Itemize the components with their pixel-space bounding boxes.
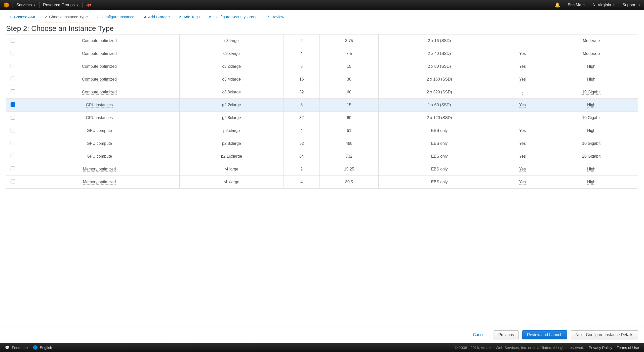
row-checkbox[interactable] [11, 179, 15, 184]
table-row[interactable]: Compute optimizedc3.8xlarge32602 x 320 (… [6, 86, 638, 99]
language-button[interactable]: 🌐 English [33, 345, 52, 350]
cell-storage: 2 x 80 (SSD) [379, 60, 500, 73]
table-row[interactable]: GPU instancesg2.8xlarge32602 x 120 (SSD)… [6, 112, 638, 124]
pin-shortcut[interactable]: 📌 [83, 0, 95, 10]
wizard-steps: 1. Choose AMI2. Choose Instance Type3. C… [0, 10, 644, 22]
table-row[interactable]: Memory optimizedr4.xlarge430.5EBS onlyYe… [6, 176, 638, 189]
row-checkbox[interactable] [11, 77, 15, 81]
cell-network: High [545, 176, 638, 189]
cell-storage: EBS only [379, 124, 500, 137]
cell-ebs: Yes [500, 47, 545, 60]
cell-family: Compute optimized [19, 60, 180, 73]
cell-family: GPU compute [19, 137, 180, 150]
services-label: Services [16, 3, 32, 7]
row-checkbox[interactable] [11, 51, 15, 55]
wizard-tab-4[interactable]: 5. Add Tags [176, 13, 203, 22]
cell-family: GPU compute [19, 150, 180, 163]
wizard-tab-5[interactable]: 6. Configure Security Group [206, 13, 261, 22]
cancel-button[interactable]: Cancel [468, 330, 490, 339]
row-checkbox[interactable] [11, 89, 15, 94]
next-button[interactable]: Next: Configure Instance Details [571, 330, 638, 339]
wizard-tab-1[interactable]: 2. Choose Instance Type [41, 13, 91, 22]
region-menu[interactable]: N. Virginia ▼ [589, 0, 619, 10]
row-checkbox[interactable] [11, 154, 15, 158]
table-row[interactable]: GPU computep2.xlarge461EBS onlyYesHigh [6, 124, 638, 137]
cell-family: Compute optimized [19, 73, 180, 86]
cell-family: Compute optimized [19, 34, 180, 47]
review-and-launch-button[interactable]: Review and Launch [522, 330, 567, 339]
cell-vcpu: 8 [284, 60, 319, 73]
cell-family: GPU instances [19, 99, 180, 112]
cell-type: p2.xlarge [179, 124, 284, 137]
row-checkbox[interactable] [11, 141, 15, 145]
wizard-tab-2[interactable]: 3. Configure Instance [94, 13, 138, 22]
cell-storage: 2 x 160 (SSD) [379, 73, 500, 86]
cell-vcpu: 4 [284, 176, 319, 189]
account-menu[interactable]: Eric Ma ▼ [564, 0, 589, 10]
aws-logo[interactable] [0, 0, 13, 10]
table-row[interactable]: Memory optimizedr4.large215.25EBS onlyYe… [6, 163, 638, 176]
cell-storage: EBS only [379, 137, 500, 150]
table-row[interactable]: Compute optimizedc3.4xlarge16302 x 160 (… [6, 73, 638, 86]
cell-type: c3.large [179, 34, 284, 47]
cell-ebs: Yes [500, 60, 545, 73]
resource-groups-menu[interactable]: Resource Groups ▼ [39, 0, 82, 10]
table-row[interactable]: Compute optimizedc3.large23.752 x 16 (SS… [6, 34, 638, 47]
wizard-tab-6[interactable]: 7. Review [264, 13, 288, 22]
cell-network: 10 Gigabit [545, 137, 638, 150]
cell-ebs: Yes [500, 137, 545, 150]
cell-storage: 2 x 16 (SSD) [379, 34, 500, 47]
previous-button[interactable]: Previous [494, 330, 519, 339]
row-checkbox[interactable] [11, 64, 15, 68]
row-checkbox[interactable] [11, 166, 15, 171]
table-row[interactable]: GPU computep2.8xlarge32488EBS onlyYes10 … [6, 137, 638, 150]
support-menu[interactable]: Support ▼ [619, 0, 644, 10]
cell-memory: 732 [319, 150, 379, 163]
cell-vcpu: 32 [284, 86, 319, 99]
instance-type-table-wrap[interactable]: Compute optimizedc3.large23.752 x 16 (SS… [0, 34, 644, 327]
user-label: Eric Ma [568, 3, 581, 7]
page-title: Step 2: Choose an Instance Type [0, 22, 644, 34]
cell-network: High [545, 73, 638, 86]
terms-link[interactable]: Terms of Use [617, 345, 639, 350]
table-row[interactable]: GPU instancesg2.2xlarge8151 x 60 (SSD)Ye… [6, 99, 638, 112]
feedback-button[interactable]: 💬 Feedback [5, 345, 28, 350]
speech-icon: 💬 [5, 345, 10, 350]
cell-vcpu: 4 [284, 47, 319, 60]
region-label: N. Virginia [593, 3, 611, 7]
row-checkbox[interactable] [11, 38, 15, 43]
cell-memory: 60 [319, 112, 379, 124]
table-row[interactable]: Compute optimizedc3.2xlarge8152 x 80 (SS… [6, 60, 638, 73]
table-row[interactable]: GPU computep2.16xlarge64732EBS onlyYes20… [6, 150, 638, 163]
cell-vcpu: 2 [284, 163, 319, 176]
privacy-link[interactable]: Privacy Policy [589, 345, 612, 350]
notifications-button[interactable]: 🔔 [551, 0, 564, 10]
cell-storage: EBS only [379, 163, 500, 176]
cell-vcpu: 8 [284, 99, 319, 112]
cell-network: Moderate [545, 47, 638, 60]
table-row[interactable]: Compute optimizedc3.xlarge47.52 x 40 (SS… [6, 47, 638, 60]
cell-vcpu: 16 [284, 73, 319, 86]
cell-vcpu: 64 [284, 150, 319, 163]
chevron-down-icon: ▼ [76, 4, 79, 7]
row-checkbox[interactable] [11, 115, 15, 120]
row-checkbox[interactable] [11, 128, 15, 132]
services-menu[interactable]: Services ▼ [13, 0, 39, 10]
cell-type: c3.4xlarge [179, 73, 284, 86]
copyright-text: © 2008 - 2016, Amazon Web Services, Inc.… [455, 345, 584, 350]
pin-icon: 📌 [85, 2, 92, 8]
globe-icon: 🌐 [33, 345, 38, 350]
cell-type: c3.8xlarge [179, 86, 284, 99]
row-checkbox[interactable] [11, 102, 15, 107]
cell-memory: 3.75 [319, 34, 379, 47]
wizard-tab-0[interactable]: 1. Choose AMI [6, 13, 39, 22]
cell-storage: EBS only [379, 150, 500, 163]
cell-memory: 60 [319, 86, 379, 99]
cell-family: Compute optimized [19, 47, 180, 60]
wizard-tab-3[interactable]: 4. Add Storage [140, 13, 173, 22]
chevron-down-icon: ▼ [33, 4, 36, 7]
aws-footer: 💬 Feedback 🌐 English © 2008 - 2016, Amaz… [0, 343, 644, 352]
cell-ebs: - [500, 34, 545, 47]
cell-storage: 2 x 120 (SSD) [379, 112, 500, 124]
cell-network: 20 Gigabit [545, 150, 638, 163]
